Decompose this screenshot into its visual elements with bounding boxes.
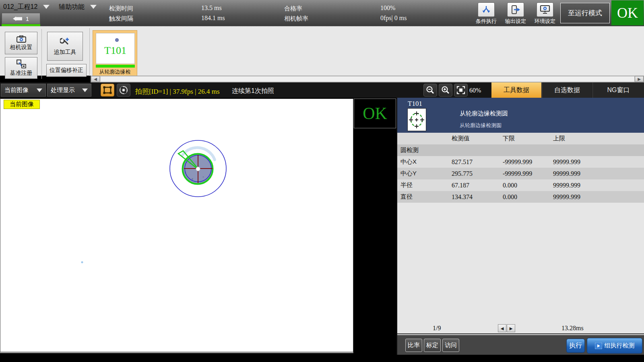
position-offset-button[interactable]: 位置偏移补正	[46, 64, 87, 77]
table-row[interactable]: 中心Y 295.775 -99999.999 99999.999	[397, 168, 644, 179]
table-row[interactable]: 中心X 827.517 -99999.999 99999.999	[397, 156, 644, 168]
toolstrip-divider2	[89, 28, 90, 76]
stat-label-camera-fps: 相机帧率	[284, 15, 308, 23]
zoom-out-button[interactable]	[423, 84, 437, 97]
shutter-button[interactable]	[117, 84, 130, 97]
camera-tab[interactable]: 1	[2, 13, 40, 24]
zoom-out-icon	[426, 86, 435, 95]
region-select-button[interactable]	[101, 84, 114, 97]
zoom-in-button[interactable]	[439, 84, 452, 97]
condition-exec-icon	[481, 5, 491, 14]
tile-target-dot	[115, 38, 119, 42]
environment-settings-action: 环境设定	[530, 2, 560, 25]
table-row[interactable]: 直径 134.374 0.000 99999.999	[397, 191, 644, 203]
condition-exec-button[interactable]	[478, 2, 495, 17]
chevron-down-icon	[43, 5, 50, 9]
tool-tile-caption: 从轮廓边缘检 测圆	[93, 69, 137, 76]
global-status-badge: OK	[611, 0, 644, 25]
camera-setup-label: 相机设置	[10, 44, 33, 51]
pagination-bar: 1/9 ◀ ▶ 13.28ms	[397, 323, 644, 334]
col-header-max: 上限	[553, 135, 644, 142]
add-tool-button[interactable]: 追加工具	[47, 32, 83, 61]
stat-value-inspect-time: 13.5 ms	[201, 4, 222, 12]
aux-menu-label: 辅助功能	[59, 3, 85, 11]
panel-tool-icon-tile	[407, 108, 426, 131]
access-button[interactable]: 访问	[442, 339, 459, 352]
datum-register-button[interactable]: 基准注册	[5, 57, 37, 79]
group-label: 圆检测	[397, 146, 452, 154]
vision-system-app: 012_工程12 辅助功能 1 检测时间 13.5 ms 触发间隔 184.1 …	[0, 0, 644, 362]
environment-settings-label: 环境设定	[530, 18, 560, 25]
datum-register-label: 基准注册	[10, 70, 33, 77]
ratio-button[interactable]: 比率	[405, 339, 422, 352]
panel-header: T101 从轮廓边缘检测圆 从轮廓边缘检测圆	[397, 98, 644, 133]
table-row[interactable]: 半径 67.187 0.000 99999.999	[397, 179, 644, 191]
tool-tile-status-bar	[96, 65, 135, 68]
wrench-plus-icon	[60, 37, 70, 47]
datum-register-icon	[17, 60, 26, 68]
camera-tab-number: 1	[26, 15, 29, 22]
panel-tool-title: 从轮廓边缘检测圆	[460, 110, 508, 117]
camera-setup-button[interactable]: 相机设置	[5, 32, 37, 54]
table-group-row: 圆检测	[397, 144, 644, 156]
stat-label-trigger-interval: 触发间隔	[109, 15, 133, 23]
environment-settings-button[interactable]	[537, 2, 553, 17]
tool-result-badge: OK	[354, 99, 396, 128]
tool-tile-id: T101	[96, 45, 134, 57]
tool-data-panel: T101 从轮廓边缘检测圆 从轮廓边缘检测圆 检测值	[396, 98, 644, 355]
table-header-row: 检测值 下限 上限	[397, 133, 644, 144]
image-viewport[interactable]: 当前图像	[0, 99, 353, 353]
scrollbar-track[interactable]	[100, 76, 635, 82]
page-indicator: 1/9	[433, 325, 441, 332]
stat-label-inspect-time: 检测时间	[109, 5, 133, 12]
camera-settings-icon	[17, 35, 26, 43]
display-mode-label: 处理显示	[51, 86, 75, 94]
position-offset-label: 位置偏移补正	[50, 67, 83, 74]
image-source-select[interactable]: 当前图像	[1, 84, 46, 97]
condition-exec-label: 条件执行	[471, 18, 502, 25]
project-name: 012_工程12	[3, 3, 37, 11]
stat-value-pass-rate: 100%	[380, 4, 395, 12]
fit-screen-icon	[456, 86, 465, 95]
toolstrip-divider	[41, 29, 42, 79]
tool-strip: 相机设置 基准注册 追加工具 位置偏移补正	[0, 26, 644, 76]
panel-tool-id: T101	[408, 100, 422, 108]
run-button[interactable]: 执行	[566, 339, 585, 353]
chevron-down-icon	[90, 5, 97, 9]
output-settings-button[interactable]	[507, 2, 524, 17]
camera-icon	[13, 16, 23, 21]
image-artifact	[81, 261, 83, 263]
prev-page-button[interactable]: ◀	[498, 324, 506, 332]
zoom-in-icon	[441, 86, 450, 95]
run-mode-button[interactable]: 至运行模式	[560, 3, 610, 23]
output-settings-action: 输出设定	[500, 2, 531, 25]
group-run-label: 组执行检测	[605, 342, 635, 350]
group-run-button[interactable]: 组执行检测	[587, 338, 642, 354]
main-area: 当前图像	[0, 98, 644, 355]
tool-tile-thumbnail: T101	[96, 33, 135, 64]
display-mode-select[interactable]: 处理显示	[47, 84, 91, 97]
tab-ng-window[interactable]: NG窗口	[592, 82, 644, 98]
aux-menu-select[interactable]: 辅助功能	[56, 1, 105, 13]
capture-status-text: 连续第1次拍照	[232, 87, 274, 95]
tab-custom-data[interactable]: 自选数据	[542, 82, 592, 98]
scroll-right-button[interactable]: ▶	[635, 76, 644, 82]
next-page-button[interactable]: ▶	[507, 324, 515, 332]
project-select[interactable]: 012_工程12	[1, 1, 52, 13]
scroll-left-button[interactable]: ◀	[91, 76, 100, 82]
calibration-button[interactable]: 标定	[424, 339, 441, 352]
panel-tool-subtitle: 从轮廓边缘检测圆	[460, 122, 502, 129]
region-select-icon	[103, 86, 112, 95]
fit-screen-button[interactable]	[454, 84, 468, 97]
tool-strip-scrollbar[interactable]: ◀ ▶	[91, 76, 644, 82]
stat-label-pass-rate: 合格率	[284, 5, 302, 12]
zoom-level-value: 60%	[469, 87, 481, 94]
tool-tile-T101[interactable]: T101 从轮廓边缘检 测圆	[93, 30, 137, 76]
detection-overlay	[0, 99, 353, 352]
output-settings-label: 输出设定	[500, 18, 531, 25]
chevron-down-icon	[37, 88, 42, 92]
circle-detect-icon	[408, 109, 426, 131]
top-bar: 012_工程12 辅助功能 1 检测时间 13.5 ms 触发间隔 184.1 …	[0, 0, 644, 26]
chevron-down-icon	[82, 88, 88, 92]
tab-tool-data[interactable]: 工具数据	[491, 82, 541, 98]
